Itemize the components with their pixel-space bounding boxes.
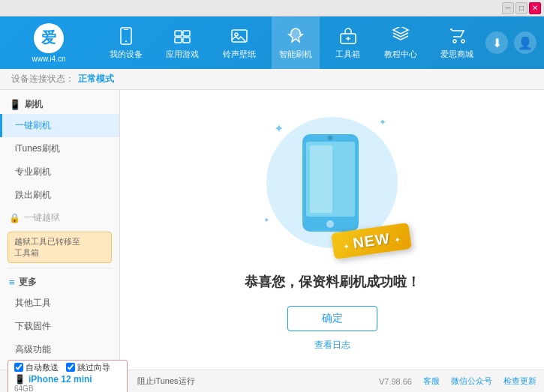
nav-item-wallpaper[interactable]: 铃声壁纸 xyxy=(215,16,263,69)
title-bar: ─ □ ✕ xyxy=(0,0,544,16)
phone-icon: 📱 xyxy=(14,374,26,385)
auto-close-checkbox[interactable]: 自动敷送 xyxy=(14,362,59,373)
status-bar: 设备连接状态： 正常模式 xyxy=(0,69,544,90)
nav-label-toolbox: 工具箱 xyxy=(335,49,360,60)
svg-point-18 xyxy=(328,136,332,140)
device-icon xyxy=(116,25,137,46)
status-value: 正常模式 xyxy=(78,73,114,85)
wallpaper-icon xyxy=(229,25,250,46)
wechat-link[interactable]: 微信公众号 xyxy=(451,376,492,387)
svg-rect-3 xyxy=(175,31,182,36)
sidebar-item-jailbreak: 🔒 一键越狱 xyxy=(0,207,119,227)
smart-flash-icon xyxy=(285,25,306,46)
nav-label-wallpaper: 铃声壁纸 xyxy=(223,49,256,60)
sidebar-item-pro-flash[interactable]: 专业刷机 xyxy=(0,160,119,184)
svg-point-12 xyxy=(453,40,456,43)
toolbox-icon xyxy=(338,25,359,46)
nav-item-toolbox[interactable]: 工具箱 xyxy=(328,16,368,69)
sidebar-divider xyxy=(8,268,112,268)
sidebar-item-onekey-flash[interactable]: 一键刷机 xyxy=(0,114,119,137)
checkboxes-row: 自动敷送 跳过向导 xyxy=(14,362,121,373)
skip-wizard-input[interactable] xyxy=(66,363,75,372)
sidebar: 📱 刷机 一键刷机 iTunes刷机 专业刷机 跌出刷机 🔒 一键越狱 越狱工具… xyxy=(0,90,120,370)
flash-section-icon: 📱 xyxy=(9,99,21,110)
stop-itunes-button[interactable]: 阻止iTunes运行 xyxy=(134,376,199,387)
nav-label-smart-flash: 智能刷机 xyxy=(279,49,312,60)
nav-label-tutorial: 教程中心 xyxy=(384,49,417,60)
nav-item-store[interactable]: 爱思商城 xyxy=(433,16,481,69)
skip-wizard-checkbox[interactable]: 跳过向导 xyxy=(66,362,110,373)
device-name: iPhone 12 mini xyxy=(29,374,92,385)
auto-close-label: 自动敷送 xyxy=(26,362,59,373)
stop-itunes-label: 阻止iTunes运行 xyxy=(137,376,195,387)
success-text: 恭喜您，保资料刷机成功啦！ xyxy=(245,273,420,291)
header: 爱 www.i4.cn 我的设备 xyxy=(0,16,544,69)
nav-item-my-device[interactable]: 我的设备 xyxy=(102,16,150,69)
svg-rect-6 xyxy=(183,37,190,43)
success-illustration: ✦ NEW ✦ ✦ ✦ ✦ xyxy=(257,108,407,258)
sparkle-icon-2: ✦ xyxy=(379,117,386,127)
status-label: 设备连接状态： xyxy=(11,73,74,85)
phone-graphic xyxy=(299,130,362,238)
sidebar-section-more: ≡ 更多 xyxy=(0,271,119,292)
svg-rect-4 xyxy=(183,31,190,36)
nav-label-apps: 应用游戏 xyxy=(166,49,199,60)
apps-icon xyxy=(172,25,193,46)
check-update-link[interactable]: 检查更新 xyxy=(503,376,536,387)
nav-label-store: 爱思商城 xyxy=(440,49,473,60)
device-info: 📱 iPhone 12 mini 64GB Down-12mini-13,1 xyxy=(14,374,121,393)
sidebar-item-itunes-flash[interactable]: iTunes刷机 xyxy=(0,137,119,160)
store-icon xyxy=(446,25,467,46)
svg-point-1 xyxy=(125,40,127,42)
nav-item-smart-flash[interactable]: 智能刷机 xyxy=(272,16,320,69)
content-area: ✦ NEW ✦ ✦ ✦ ✦ 恭喜您，保资料刷机成功啦！ 确定 查看日志 xyxy=(120,90,544,370)
device-storage: 64GB xyxy=(14,385,121,393)
svg-rect-5 xyxy=(175,37,182,43)
minimize-button[interactable]: ─ xyxy=(502,2,514,14)
more-section-icon: ≡ xyxy=(9,277,15,288)
main-layout: 📱 刷机 一键刷机 iTunes刷机 专业刷机 跌出刷机 🔒 一键越狱 越狱工具… xyxy=(0,90,544,370)
nav-label-my-device: 我的设备 xyxy=(110,49,143,60)
bottom-bar: 自动敷送 跳过向导 📱 iPhone 12 mini 64GB Down-12m… xyxy=(0,370,544,392)
logo-icon: 爱 xyxy=(34,23,64,53)
sidebar-item-fall-flash[interactable]: 跌出刷机 xyxy=(0,184,119,207)
logo-text: www.i4.cn xyxy=(32,55,65,63)
sidebar-notice: 越狱工具已转移至工具箱 xyxy=(8,232,112,263)
close-button[interactable]: ✕ xyxy=(529,2,541,14)
customer-service-link[interactable]: 客服 xyxy=(423,376,440,387)
header-right: ⬇ 👤 xyxy=(485,31,544,54)
maximize-button[interactable]: □ xyxy=(515,2,527,14)
sidebar-item-download-firmware[interactable]: 下载固件 xyxy=(0,315,119,338)
version-label: V7.98.66 xyxy=(379,377,412,386)
svg-point-17 xyxy=(326,220,334,228)
download-button[interactable]: ⬇ xyxy=(485,31,508,54)
nav-item-tutorial[interactable]: 教程中心 xyxy=(377,16,425,69)
tutorial-icon xyxy=(390,25,411,46)
device-section: 自动敷送 跳过向导 📱 iPhone 12 mini 64GB Down-12m… xyxy=(8,360,128,393)
user-button[interactable]: 👤 xyxy=(514,31,536,54)
sparkle-icon-1: ✦ xyxy=(274,121,284,136)
sidebar-item-advanced[interactable]: 高级功能 xyxy=(0,338,119,361)
bottom-right: V7.98.66 客服 微信公众号 检查更新 xyxy=(379,376,536,387)
new-badge-text: NEW xyxy=(352,230,391,252)
logo-area: 爱 www.i4.cn xyxy=(0,16,98,69)
sidebar-section-flash: 📱 刷机 xyxy=(0,94,119,114)
lock-icon: 🔒 xyxy=(9,213,20,223)
sparkle-icon-3: ✦ xyxy=(263,216,269,224)
sidebar-section-flash-label: 刷机 xyxy=(25,98,43,111)
nav-items: 我的设备 应用游戏 铃声壁纸 xyxy=(98,16,485,69)
confirm-button[interactable]: 确定 xyxy=(287,306,377,331)
nav-item-apps[interactable]: 应用游戏 xyxy=(158,16,206,69)
skip-wizard-label: 跳过向导 xyxy=(77,362,110,373)
sidebar-section-more-label: 更多 xyxy=(19,276,37,289)
sidebar-item-other-tools[interactable]: 其他工具 xyxy=(0,292,119,315)
view-log-link[interactable]: 查看日志 xyxy=(314,339,350,352)
svg-rect-16 xyxy=(310,145,332,213)
svg-point-8 xyxy=(235,33,238,36)
auto-close-input[interactable] xyxy=(14,363,23,372)
svg-point-13 xyxy=(461,40,464,43)
device-icon-row: 📱 iPhone 12 mini xyxy=(14,374,121,385)
